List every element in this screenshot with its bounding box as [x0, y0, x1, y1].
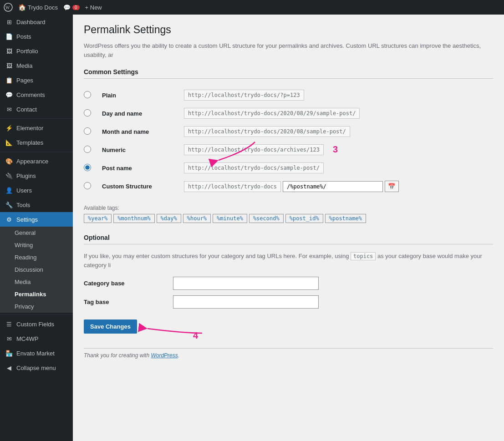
sidebar-item-contact[interactable]: ✉ Contact — [0, 102, 73, 117]
table-row: Numeric http://localhost/trydo-docs/arch… — [84, 141, 493, 159]
calendar-button[interactable]: 📅 — [385, 181, 399, 192]
tags-row: %year% %monthnum% %day% %hour% %minute% … — [84, 214, 493, 223]
sidebar-item-tools[interactable]: 🔧 Tools — [0, 198, 73, 212]
collapse-icon: ◀ — [5, 364, 13, 371]
mc4wp-icon: ✉ — [5, 335, 13, 342]
tag-year[interactable]: %year% — [84, 214, 112, 223]
submenu-permalinks[interactable]: Permalinks — [0, 288, 73, 300]
plugins-icon: 🔌 — [5, 172, 13, 179]
sidebar-item-users[interactable]: 👤 Users — [0, 183, 73, 198]
tools-icon: 🔧 — [5, 201, 13, 208]
category-base-label: Category base — [84, 280, 166, 287]
sidebar-item-posts[interactable]: 📄 Posts — [0, 29, 73, 44]
optional-description: If you like, you may enter custom struct… — [84, 252, 493, 269]
tag-post-id[interactable]: %post_id% — [285, 214, 323, 223]
common-settings-section: Common Settings Plain http://localhost/t… — [84, 68, 493, 223]
appearance-icon: 🎨 — [5, 157, 13, 165]
sidebar-item-templates[interactable]: 📐 Templates — [0, 135, 73, 150]
sidebar-item-elementor[interactable]: ⚡ Elementor — [0, 121, 73, 135]
page-description: WordPress offers you the ability to crea… — [84, 41, 493, 59]
topics-tag: topics — [351, 252, 376, 260]
sidebar-item-mc4wp[interactable]: ✉ MC4WP — [0, 331, 73, 346]
category-base-input[interactable] — [173, 277, 319, 290]
arrow-4 — [129, 319, 220, 347]
comments-icon-bar[interactable]: 💬 0 — [63, 4, 80, 11]
tag-monthnum[interactable]: %monthnum% — [113, 214, 154, 223]
custom-structure-input[interactable] — [283, 181, 383, 192]
optional-section: Optional If you like, you may enter cust… — [84, 234, 493, 309]
sidebar: ⊞ Dashboard 📄 Posts 🖼 Portfolio 🖼 Media … — [0, 15, 73, 441]
tag-base-input[interactable] — [173, 295, 319, 309]
annotation-3: 3 — [333, 144, 338, 155]
radio-plain[interactable] — [84, 91, 91, 98]
sidebar-item-comments[interactable]: 💬 Comments — [0, 87, 73, 102]
new-button[interactable]: + New — [85, 4, 102, 11]
url-post-name: http://localhost/trydo-docs/sample-post/ — [184, 162, 324, 173]
radio-month-name[interactable] — [84, 127, 91, 135]
settings-submenu: General Writing Reading Discussion Media… — [0, 227, 73, 313]
sidebar-item-pages[interactable]: 📋 Pages — [0, 73, 73, 87]
submenu-media-sub[interactable]: Media — [0, 276, 73, 288]
sidebar-item-collapse[interactable]: ◀ Collapse menu — [0, 360, 73, 375]
pages-icon: 📋 — [5, 76, 13, 84]
tag-base-label: Tag base — [84, 299, 166, 305]
custom-fields-icon: ☰ — [5, 320, 13, 328]
tag-second[interactable]: %second% — [249, 214, 284, 223]
sidebar-item-appearance[interactable]: 🎨 Appearance — [0, 154, 73, 168]
optional-title: Optional — [84, 234, 493, 244]
site-name[interactable]: 🏠 Trydo Docs — [18, 4, 58, 11]
sidebar-item-envato[interactable]: 🏪 Envato Market — [0, 346, 73, 360]
save-section: Save Changes 4 — [84, 319, 493, 334]
custom-url-group: http://localhost/trydo-docs 📅 — [184, 181, 493, 192]
main-content: 1 Permalink Settings WordPress offers yo… — [73, 15, 504, 441]
sidebar-item-dashboard[interactable]: ⊞ Dashboard — [0, 15, 73, 29]
available-tags-container: Available tags: %year% %monthnum% %day% … — [84, 205, 493, 223]
submenu-writing[interactable]: Writing — [0, 239, 73, 251]
table-row: Month and name http://localhost/trydo-do… — [84, 122, 493, 141]
sidebar-divider2 — [0, 152, 73, 152]
portfolio-icon: 🖼 — [5, 47, 13, 55]
submenu-general[interactable]: General — [0, 227, 73, 239]
dashboard-icon: ⊞ — [5, 18, 13, 25]
tag-minute[interactable]: %minute% — [213, 214, 247, 223]
url-numeric: http://localhost/trydo-docs/archives/123 — [184, 144, 324, 155]
table-row: Post name http://localhost/trydo-docs/sa… — [84, 159, 493, 177]
footer-link[interactable]: WordPress — [151, 352, 178, 359]
posts-icon: 📄 — [5, 33, 13, 40]
annotation-4: 4 — [193, 330, 198, 341]
elementor-icon: ⚡ — [5, 124, 13, 132]
sidebar-item-media[interactable]: 🖼 Media — [0, 58, 73, 73]
admin-bar: W 🏠 Trydo Docs 💬 0 + New — [0, 0, 504, 15]
settings-icon: ⚙ — [5, 216, 13, 223]
wp-logo[interactable]: W — [4, 3, 13, 12]
submenu-discussion[interactable]: Discussion — [0, 264, 73, 276]
tag-day[interactable]: %day% — [157, 214, 181, 223]
url-day-name: http://localhost/trydo-docs/2020/08/29/s… — [184, 108, 360, 119]
sidebar-divider3 — [0, 314, 73, 315]
table-row: Day and name http://localhost/trydo-docs… — [84, 104, 493, 122]
category-base-row: Category base — [84, 277, 493, 290]
url-plain: http://localhost/trydo-docs/?p=123 — [184, 90, 304, 101]
radio-post-name[interactable] — [84, 164, 91, 171]
submenu-reading[interactable]: Reading — [0, 251, 73, 264]
table-row: Plain http://localhost/trydo-docs/?p=123 — [84, 86, 493, 104]
sidebar-item-plugins[interactable]: 🔌 Plugins — [0, 168, 73, 183]
sidebar-item-settings[interactable]: ⚙ Settings — [0, 212, 73, 227]
tag-hour[interactable]: %hour% — [183, 214, 211, 223]
permalink-options-table: Plain http://localhost/trydo-docs/?p=123… — [84, 86, 493, 196]
media-icon: 🖼 — [5, 62, 13, 69]
templates-icon: 📐 — [5, 139, 13, 146]
sidebar-item-custom-fields[interactable]: ☰ Custom Fields — [0, 317, 73, 331]
radio-custom[interactable] — [84, 182, 91, 189]
table-row: Custom Structure http://localhost/trydo-… — [84, 177, 493, 196]
svg-text:W: W — [5, 5, 10, 10]
users-icon: 👤 — [5, 187, 13, 194]
save-button[interactable]: Save Changes — [84, 319, 137, 334]
envato-icon: 🏪 — [5, 350, 13, 357]
tag-postname[interactable]: %postname% — [325, 214, 366, 223]
sidebar-divider — [0, 118, 73, 119]
submenu-privacy[interactable]: Privacy — [0, 300, 73, 313]
radio-numeric[interactable] — [84, 146, 91, 153]
sidebar-item-portfolio[interactable]: 🖼 Portfolio — [0, 44, 73, 58]
radio-day-name[interactable] — [84, 109, 91, 117]
